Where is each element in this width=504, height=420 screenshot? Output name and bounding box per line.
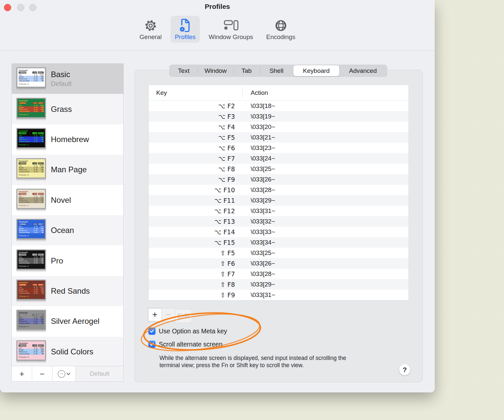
toolbar-item-general[interactable]: General (135, 16, 166, 43)
settings-tab-bar: Text Window Tab Shell Keyboard Advanced (169, 65, 387, 77)
checkbox-label: Use Option as Meta key (159, 327, 227, 335)
profile-list-item[interactable]: Terminal# COMMAND %CPU RPRVT top4.1%231K… (12, 94, 123, 124)
column-header-key[interactable]: Key (149, 89, 167, 96)
table-row[interactable]: ⇧ F9 \033[31~ (149, 290, 409, 300)
profile-default-badge: Default (51, 80, 72, 88)
gear-icon (144, 18, 158, 33)
thumbnail-reflection (16, 179, 46, 181)
profile-name: Pro (51, 256, 63, 265)
key-cell: ⇧ F5 (149, 249, 242, 257)
profile-list-item[interactable]: Terminal# COMMAND %CPU RPRVT top4.1%231K… (12, 64, 123, 94)
preferences-toolbar: General Profiles (0, 16, 435, 43)
profile-thumbnail: Terminal# COMMAND %CPU RPRVT top4.1%231K… (16, 219, 46, 239)
table-row[interactable]: ⌥ F10 \033[28~ (149, 185, 409, 195)
table-row[interactable]: ⌥ F7 \033[24~ (149, 153, 409, 164)
table-row[interactable]: ⌥ F14 \033[33~ (149, 227, 409, 237)
action-cell: \033[24~ (242, 155, 275, 162)
table-row[interactable]: ⌥ F9 \033[26~ (149, 174, 409, 185)
action-cell: \033[29~ (242, 197, 275, 204)
title-toolbar-area: Profiles General (0, 0, 435, 51)
ellipsis-circle-icon: ⋯ (58, 370, 65, 378)
table-row[interactable]: ⇧ F8 \033[29~ (149, 279, 409, 290)
table-row[interactable]: ⌥ F3 \033[19~ (149, 111, 409, 122)
table-row[interactable]: ⇧ F6 \033[26~ (149, 258, 409, 269)
profile-name: Red Sands (51, 286, 90, 296)
edit-key-mapping-button[interactable]: Edit (175, 309, 192, 323)
key-cell: ⌥ F11 (149, 197, 242, 204)
key-cell: ⇧ F7 (149, 270, 242, 278)
table-row[interactable]: ⌥ F13 \033[32~ (149, 216, 409, 227)
profile-list-item[interactable]: Terminal# COMMAND %CPU RPRVT top4.1%231K… (12, 337, 123, 366)
help-button[interactable]: ? (399, 364, 410, 375)
desktop: Profiles General (0, 0, 504, 420)
use-option-as-meta-key-row[interactable]: Use Option as Meta key (148, 327, 227, 335)
more-options-button[interactable]: ⋯ (52, 366, 76, 381)
thumbnail-reflection (16, 118, 46, 121)
profile-name: Solid Colors (51, 347, 93, 356)
globe-icon (274, 18, 288, 33)
toolbar-item-profiles[interactable]: Profiles (171, 16, 200, 43)
window-title: Profiles (0, 3, 435, 10)
add-profile-button[interactable]: + (12, 366, 32, 381)
key-cell: ⌥ F8 (149, 165, 242, 173)
table-row[interactable]: ⌥ F5 \033[21~ (149, 132, 409, 143)
column-header-action[interactable]: Action (251, 89, 268, 96)
profile-name: Basic (51, 70, 72, 79)
tab-window[interactable]: Window (198, 65, 234, 76)
tab-tab[interactable]: Tab (234, 65, 260, 76)
checkbox-checked-icon[interactable] (148, 341, 156, 348)
tab-text[interactable]: Text (170, 65, 198, 76)
table-row[interactable]: ⌥ F11 \033[29~ (149, 195, 409, 206)
sidebar-footer: + − ⋯ Default (12, 366, 123, 381)
key-cell: ⌥ F13 (149, 218, 242, 225)
toolbar-item-encodings[interactable]: Encodings (262, 16, 300, 43)
profile-list-item[interactable]: Terminal# COMMAND %CPU RPRVT top4.1%231K… (12, 276, 123, 306)
profile-name: Homebrew (51, 135, 89, 144)
table-row[interactable]: ⌥ F6 \033[23~ (149, 143, 409, 153)
key-cell: ⇧ F6 (149, 260, 242, 267)
table-row[interactable]: ⌥ F2 \033[18~ (149, 101, 409, 111)
tab-keyboard[interactable]: Keyboard (293, 65, 339, 76)
key-cell: ⌥ F15 (149, 239, 242, 246)
default-button[interactable]: Default (76, 366, 123, 381)
toolbar-item-window-groups[interactable]: Window Groups (204, 16, 257, 43)
profile-list-item[interactable]: Terminal# COMMAND %CPU RPRVT top4.1%231K… (12, 306, 123, 336)
profile-list-item[interactable]: Terminal# COMMAND %CPU RPRVT top4.1%231K… (12, 215, 123, 245)
remove-key-mapping-button[interactable]: − (161, 308, 175, 322)
key-cell: ⌥ F7 (149, 155, 242, 162)
table-body: ⌥ F2 \033[18~ ⌥ F3 \033[19~ ⌥ F4 \033[20… (149, 101, 409, 300)
profile-list-item[interactable]: Terminal# COMMAND %CPU RPRVT top4.1%231K… (12, 185, 123, 215)
table-row[interactable]: ⌥ F4 \033[20~ (149, 122, 409, 132)
table-row[interactable]: ⌥ F12 \033[31~ (149, 206, 409, 216)
key-mappings-table: Key Action ⌥ F2 \033[18~ ⌥ F3 \033[19~ (148, 85, 409, 301)
action-cell: \033[31~ (242, 291, 275, 299)
table-row[interactable]: ⇧ F5 \033[25~ (149, 248, 409, 258)
action-cell: \033[19~ (242, 113, 275, 120)
profile-document-icon (178, 18, 192, 33)
profile-thumbnail: Terminal# COMMAND %CPU RPRVT top4.1%231K… (16, 189, 46, 209)
action-cell: \033[33~ (242, 228, 275, 236)
profile-name: Silver Aerogel (51, 317, 99, 326)
profile-list-item[interactable]: Terminal# COMMAND %CPU RPRVT top4.1%231K… (12, 245, 123, 276)
key-cell: ⌥ F14 (149, 228, 242, 236)
key-cell: ⌥ F10 (149, 186, 242, 194)
terminal-preferences-window: Profiles General (0, 0, 435, 392)
table-row[interactable]: ⇧ F7 \033[28~ (149, 269, 409, 279)
profile-list-item[interactable]: Terminal# COMMAND %CPU RPRVT top4.1%231K… (12, 155, 123, 185)
table-header: Key Action (149, 85, 409, 101)
thumbnail-reflection (16, 300, 46, 303)
profile-thumbnail: Terminal# COMMAND %CPU RPRVT top4.1%231K… (16, 310, 46, 330)
action-cell: \033[32~ (242, 218, 275, 225)
key-cell: ⌥ F4 (149, 123, 242, 131)
add-key-mapping-button[interactable]: + (148, 308, 162, 322)
thumbnail-reflection (16, 240, 46, 242)
tab-shell[interactable]: Shell (260, 65, 293, 76)
remove-profile-button[interactable]: − (32, 366, 52, 381)
profile-list-item[interactable]: Terminal# COMMAND %CPU RPRVT top4.1%231K… (12, 124, 123, 155)
table-row[interactable]: ⌥ F8 \033[25~ (149, 164, 409, 174)
scroll-alternate-screen-row[interactable]: Scroll alternate screen (148, 340, 222, 348)
tab-advanced[interactable]: Advanced (339, 65, 387, 76)
chevron-down-icon (67, 373, 70, 375)
checkbox-checked-icon[interactable] (148, 327, 156, 335)
table-row[interactable]: ⌥ F15 \033[34~ (149, 237, 409, 248)
